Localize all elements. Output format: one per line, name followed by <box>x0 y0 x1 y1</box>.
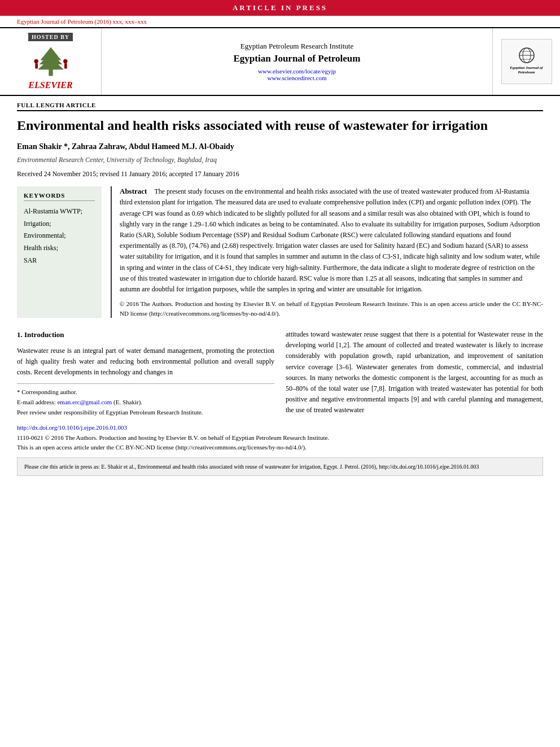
abstract-label: Abstract <box>120 187 147 195</box>
elsevier-wordmark: ELSEVIER <box>28 80 72 90</box>
cite-box: Please cite this article in press as: E.… <box>17 457 543 476</box>
journal-link-elsevier[interactable]: www.elsevier.com/locate/egyjp <box>258 68 336 75</box>
svg-point-6 <box>63 59 67 63</box>
email-note: E-mail address: eman.erc@gmail.com (E. S… <box>17 397 274 408</box>
svg-rect-5 <box>35 63 38 68</box>
author-email-link[interactable]: eman.erc@gmail.com <box>57 399 112 405</box>
keyword-1: Al-Rustamia WWTP; <box>24 206 95 218</box>
keywords-box: KEYWORDS Al-Rustamia WWTP; Irrigation; E… <box>17 186 102 318</box>
keyword-5: SAR <box>24 255 95 267</box>
keywords-title: KEYWORDS <box>24 192 95 201</box>
doi-link[interactable]: http://dx.doi.org/10.1016/j.ejpe.2016.01… <box>17 424 127 431</box>
abstract-copyright: © 2016 The Authors. Production and hosti… <box>120 299 543 318</box>
keyword-2: Irrigation; <box>24 218 95 230</box>
submission-dates: Received 24 November 2015; revised 11 Ja… <box>17 170 543 178</box>
authors: Eman Shakir *, Zahraa Zahraw, Abdul Hame… <box>17 142 543 151</box>
abstract-text: The present study focuses on the environ… <box>120 187 540 293</box>
journal-reference-line: Egyptian Journal of Petroleum (2016) xxx… <box>0 16 560 27</box>
hosted-by-label: HOSTED BY <box>28 33 73 41</box>
article-type-label: FULL LENGTH ARTICLE <box>17 102 543 111</box>
journal-header: HOSTED BY ELSEVIER Egyptian Petroleum Re… <box>0 27 560 96</box>
journal-name: Egyptian Journal of Petroleum <box>234 53 361 64</box>
keywords-list: Al-Rustamia WWTP; Irrigation; Environmen… <box>24 206 95 267</box>
copyright-line-1: 1110-0621 © 2016 The Authors. Production… <box>17 433 543 443</box>
journal-link-sciencedirect[interactable]: www.sciencedirect.com <box>258 75 336 81</box>
journal-cover: Egyptian Journal of Petroleum <box>501 39 552 84</box>
svg-rect-7 <box>64 63 67 68</box>
body-col-right: attitudes toward wastewater reuse sugges… <box>286 329 543 417</box>
header-center-info: Egyptian Petroleum Research Institute Eg… <box>102 28 492 95</box>
section-1-title: 1. Introduction <box>17 329 274 341</box>
journal-cover-title: Egyptian Journal of Petroleum <box>502 64 552 77</box>
doi-line[interactable]: http://dx.doi.org/10.1016/j.ejpe.2016.01… <box>17 424 543 431</box>
body-two-column: 1. Introduction Wastewater reuse is an i… <box>17 329 543 417</box>
body-col-left: 1. Introduction Wastewater reuse is an i… <box>17 329 274 417</box>
main-content: FULL LENGTH ARTICLE Environmental and he… <box>0 96 560 487</box>
header-right-cover: Egyptian Journal of Petroleum <box>492 28 560 95</box>
article-title: Environmental and health risks associate… <box>17 117 543 134</box>
elsevier-logo: ELSEVIER <box>28 45 73 90</box>
bottom-copyright: 1110-0621 © 2016 The Authors. Production… <box>17 433 543 452</box>
peer-review-note: Peer review under responsibility of Egyp… <box>17 408 274 418</box>
intro-col1-text: Wastewater reuse is an integral part of … <box>17 346 274 378</box>
corresponding-author-note: * Corresponding author. <box>17 387 274 397</box>
article-in-press-banner: ARTICLE IN PRESS <box>0 0 560 16</box>
journal-links[interactable]: www.elsevier.com/locate/egyjp www.scienc… <box>258 68 336 81</box>
footnote-section: * Corresponding author. E-mail address: … <box>17 383 274 417</box>
cite-text: Please cite this article in press as: E.… <box>24 464 479 470</box>
elsevier-tree-icon <box>28 45 73 78</box>
affiliation: Environmental Research Center, Universit… <box>17 156 543 164</box>
svg-point-4 <box>34 59 38 63</box>
keyword-4: Health risks; <box>24 242 95 255</box>
institute-name: Egyptian Petroleum Research Institute <box>240 42 353 51</box>
abstract-keywords-section: KEYWORDS Al-Rustamia WWTP; Irrigation; E… <box>17 186 543 318</box>
keyword-3: Environmental; <box>24 230 95 242</box>
journal-cover-globe-icon <box>518 47 535 64</box>
abstract-box: Abstract The present study focuses on th… <box>111 186 543 318</box>
intro-col2-text: attitudes toward wastewater reuse sugges… <box>286 329 543 416</box>
header-left-logo: HOSTED BY ELSEVIER <box>0 28 102 95</box>
copyright-line-2: This is an open access article under the… <box>17 443 543 452</box>
